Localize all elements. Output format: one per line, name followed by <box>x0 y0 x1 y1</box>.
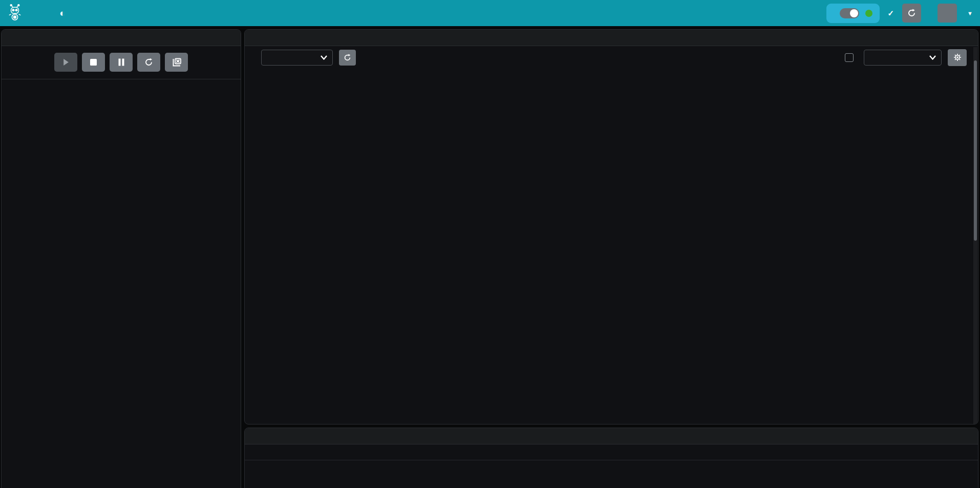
left-tabs <box>2 79 241 79</box>
stop-button[interactable] <box>82 53 105 72</box>
plot-config-select[interactable] <box>864 50 942 66</box>
gear-icon <box>953 53 962 61</box>
price-chart-canvas[interactable] <box>245 72 978 425</box>
bot-controls <box>2 53 241 72</box>
chart-panel-title <box>245 30 978 46</box>
app: ◐ ✓ ▼ <box>0 0 980 488</box>
plot-settings-button[interactable] <box>948 49 967 66</box>
freqtrade-robot-logo-icon <box>7 4 23 23</box>
multi-pane-title <box>2 30 241 46</box>
chevron-down-icon <box>929 55 936 60</box>
open-trades-table <box>245 444 978 460</box>
open-trades-title <box>245 428 978 444</box>
brand[interactable] <box>7 4 28 23</box>
pause-button[interactable] <box>110 53 133 72</box>
reload-config-button[interactable] <box>137 53 160 72</box>
chart-toolbar <box>245 47 978 68</box>
refresh-chart-button[interactable] <box>339 50 356 66</box>
play-button[interactable] <box>54 53 77 72</box>
bot-chip[interactable] <box>826 4 880 23</box>
check-icon: ✓ <box>888 9 894 18</box>
heikin-ashi-checkbox[interactable] <box>845 53 854 62</box>
user-menu-caret-icon[interactable]: ▼ <box>967 10 973 16</box>
clear-chart-button[interactable] <box>165 53 188 72</box>
refresh-all-button[interactable] <box>902 4 921 23</box>
bot-toggle[interactable] <box>840 8 859 18</box>
chevron-down-icon <box>321 55 327 60</box>
navbar-right: ✓ ▼ <box>826 4 973 23</box>
bot-online-dot <box>865 10 872 17</box>
pair-select[interactable] <box>261 50 333 66</box>
multi-pane-panel <box>1 29 241 488</box>
open-trades-panel <box>244 428 978 488</box>
chart-scrollbar-thumb[interactable] <box>974 60 977 241</box>
chart-panel <box>244 29 978 425</box>
chart-scrollbar[interactable] <box>973 47 977 424</box>
no-open-trades-message <box>245 444 978 460</box>
theme-toggle-icon[interactable]: ◐ <box>59 8 65 19</box>
user-menu-button[interactable] <box>938 4 957 23</box>
navbar: ◐ ✓ ▼ <box>0 0 980 26</box>
